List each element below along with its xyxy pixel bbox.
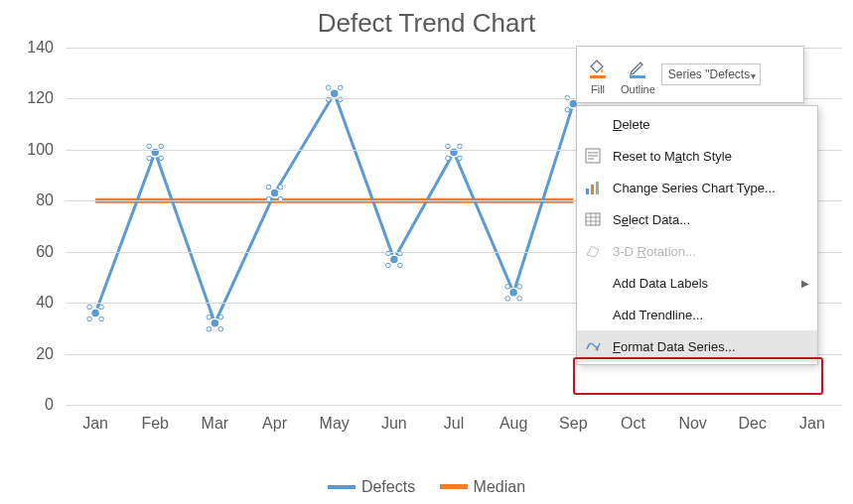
menu-item-label: Format Data Series... — [613, 339, 809, 354]
y-tick-label: 20 — [36, 345, 54, 363]
context-menu-item-select-data[interactable]: Select Data... — [577, 203, 817, 235]
svg-point-5 — [389, 255, 398, 264]
selection-handle[interactable] — [266, 185, 271, 189]
outline-button[interactable]: Outline — [615, 49, 661, 100]
context-menu-item-reset-to-match-style[interactable]: Reset to Match Style — [577, 140, 817, 172]
x-tick-label: Jun — [381, 415, 407, 433]
selection-handle[interactable] — [147, 144, 152, 149]
selection-handle[interactable] — [565, 107, 570, 112]
selection-handle[interactable] — [446, 144, 451, 149]
selection-handle[interactable] — [517, 297, 522, 302]
svg-rect-12 — [586, 189, 589, 194]
svg-rect-15 — [586, 213, 600, 225]
svg-point-0 — [91, 309, 100, 317]
defects-marker[interactable] — [207, 315, 223, 331]
gridline — [66, 405, 842, 406]
selection-handle[interactable] — [99, 305, 104, 310]
svg-rect-13 — [591, 185, 594, 194]
selection-handle[interactable] — [278, 185, 283, 189]
y-tick-label: 0 — [45, 396, 54, 414]
x-tick-label: Sep — [559, 415, 587, 433]
paint-bucket-icon — [587, 54, 609, 81]
x-tick-label: Feb — [141, 415, 169, 433]
selection-handle[interactable] — [517, 285, 522, 290]
selection-handle[interactable] — [87, 305, 92, 310]
selection-handle[interactable] — [326, 85, 331, 90]
menu-item-icon — [581, 176, 605, 199]
menu-item-icon — [581, 334, 605, 358]
menu-item-icon — [581, 239, 605, 263]
x-tick-label: Oct — [621, 415, 645, 433]
submenu-arrow-icon: ▶ — [801, 278, 809, 289]
selection-handle[interactable] — [218, 315, 223, 319]
x-tick-label: Mar — [202, 415, 229, 433]
selection-handle[interactable] — [147, 156, 152, 161]
menu-item-label: Select Data... — [613, 212, 809, 227]
context-menu-item-format-data-series[interactable]: Format Data Series... — [577, 330, 817, 362]
y-tick-label: 60 — [36, 243, 54, 261]
menu-item-label: Delete — [613, 117, 809, 132]
menu-item-label: Change Series Chart Type... — [613, 181, 809, 195]
defects-series-line[interactable] — [95, 93, 573, 322]
selection-handle[interactable] — [218, 326, 223, 331]
menu-item-icon — [581, 207, 605, 231]
x-tick-label: Dec — [739, 415, 767, 433]
y-tick-label: 100 — [27, 141, 54, 159]
legend: Defects Median — [0, 475, 853, 496]
legend-item-defects[interactable]: Defects — [328, 478, 415, 496]
selection-handle[interactable] — [458, 144, 463, 149]
context-menu-item-delete[interactable]: Delete — [577, 108, 817, 140]
context-menu-item-change-series-chart-type[interactable]: Change Series Chart Type... — [577, 172, 817, 203]
selection-handle[interactable] — [505, 297, 510, 302]
selection-handle[interactable] — [99, 316, 104, 321]
defects-marker[interactable] — [147, 144, 164, 161]
x-axis: JanFebMarAprMayJunJulAugSepOctNovDecJan — [66, 409, 842, 437]
y-tick-label: 140 — [27, 39, 54, 57]
menu-item-icon — [581, 271, 605, 295]
pen-icon — [627, 54, 648, 81]
menu-item-label: 3-D Rotation... — [613, 244, 809, 259]
selection-handle[interactable] — [159, 144, 164, 149]
svg-point-2 — [211, 318, 219, 327]
defects-marker[interactable] — [446, 144, 463, 161]
svg-point-4 — [330, 89, 339, 98]
defects-marker[interactable] — [386, 251, 403, 268]
menu-item-icon — [581, 303, 605, 326]
context-menu-item-d-rotation: 3-D Rotation... — [577, 235, 817, 267]
series-selector-dropdown[interactable]: Series "Defects — [661, 63, 761, 85]
context-menu-item-add-trendline[interactable]: Add Trendline... — [577, 299, 817, 330]
y-tick-label: 120 — [27, 89, 54, 107]
selection-handle[interactable] — [386, 263, 391, 268]
menu-item-icon — [581, 112, 605, 136]
selection-handle[interactable] — [87, 316, 92, 321]
svg-rect-9 — [590, 75, 606, 78]
x-tick-label: Jan — [799, 415, 825, 433]
context-menu-item-add-data-labels[interactable]: Add Data Labels▶ — [577, 267, 817, 299]
fill-button[interactable]: Fill — [581, 49, 615, 100]
selection-handle[interactable] — [458, 156, 463, 161]
svg-rect-10 — [630, 75, 645, 78]
selection-handle[interactable] — [207, 326, 212, 331]
selection-handle[interactable] — [505, 285, 510, 290]
selection-handle[interactable] — [446, 156, 451, 161]
legend-item-median[interactable]: Median — [440, 478, 525, 496]
x-tick-label: Jan — [82, 415, 108, 433]
svg-point-7 — [509, 288, 518, 297]
series-selector-value: Series "Defects — [668, 67, 750, 81]
selection-handle[interactable] — [398, 263, 403, 268]
mini-format-toolbar: Fill Outline Series "Defects — [576, 46, 804, 103]
defects-marker[interactable] — [87, 305, 104, 321]
x-tick-label: Aug — [499, 415, 527, 433]
x-tick-label: Jul — [444, 415, 464, 433]
outline-label: Outline — [621, 83, 655, 95]
defects-marker[interactable] — [505, 285, 522, 302]
y-tick-label: 40 — [36, 294, 54, 312]
legend-swatch-median — [440, 484, 468, 489]
selection-handle[interactable] — [207, 315, 212, 319]
x-tick-label: Nov — [678, 415, 706, 433]
selection-handle[interactable] — [338, 85, 343, 90]
selection-handle[interactable] — [159, 156, 164, 161]
x-tick-label: May — [320, 415, 350, 433]
x-tick-label: Apr — [262, 415, 287, 433]
context-menu: DeleteReset to Match StyleChange Series … — [576, 105, 818, 365]
